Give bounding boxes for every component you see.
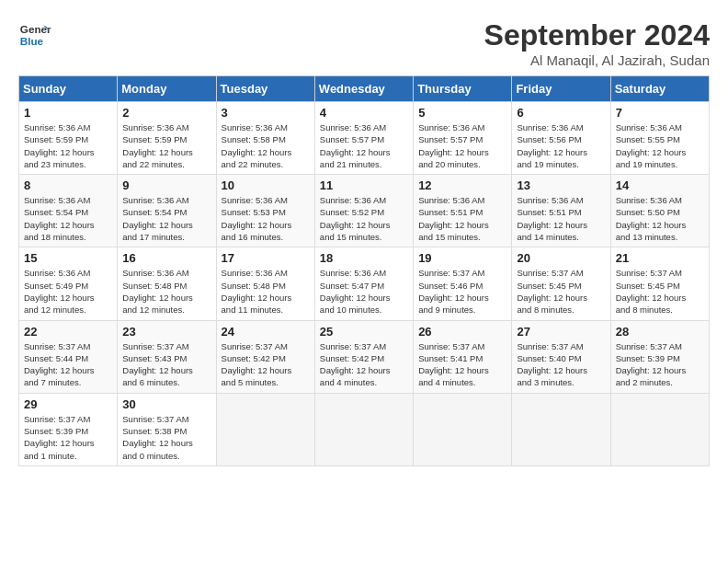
day-cell: 12Sunrise: 5:36 AM Sunset: 5:51 PM Dayli… bbox=[414, 175, 512, 247]
day-number: 10 bbox=[222, 178, 310, 192]
week-row-5: 29Sunrise: 5:37 AM Sunset: 5:39 PM Dayli… bbox=[19, 393, 710, 465]
day-cell: 14Sunrise: 5:36 AM Sunset: 5:50 PM Dayli… bbox=[610, 175, 709, 247]
day-number: 13 bbox=[517, 178, 605, 192]
day-detail: Sunrise: 5:36 AM Sunset: 5:57 PM Dayligh… bbox=[320, 121, 408, 170]
day-detail: Sunrise: 5:36 AM Sunset: 5:49 PM Dayligh… bbox=[24, 267, 112, 316]
day-cell: 11Sunrise: 5:36 AM Sunset: 5:52 PM Dayli… bbox=[314, 175, 413, 247]
day-number: 9 bbox=[122, 178, 210, 192]
day-number: 29 bbox=[24, 397, 112, 411]
title-block: September 2024 Al Manaqil, Al Jazirah, S… bbox=[484, 18, 710, 68]
day-number: 7 bbox=[616, 106, 704, 120]
header-wednesday: Wednesday bbox=[314, 76, 413, 102]
calendar-body: 1Sunrise: 5:36 AM Sunset: 5:59 PM Daylig… bbox=[19, 102, 710, 466]
day-number: 18 bbox=[320, 251, 408, 265]
day-cell: 6Sunrise: 5:36 AM Sunset: 5:56 PM Daylig… bbox=[512, 102, 610, 175]
day-detail: Sunrise: 5:36 AM Sunset: 5:54 PM Dayligh… bbox=[122, 194, 210, 243]
day-number: 20 bbox=[517, 251, 605, 265]
day-detail: Sunrise: 5:37 AM Sunset: 5:45 PM Dayligh… bbox=[517, 267, 605, 316]
day-number: 8 bbox=[24, 178, 112, 192]
day-cell: 20Sunrise: 5:37 AM Sunset: 5:45 PM Dayli… bbox=[512, 247, 610, 320]
day-number: 3 bbox=[222, 106, 310, 120]
week-row-2: 8Sunrise: 5:36 AM Sunset: 5:54 PM Daylig… bbox=[19, 175, 710, 247]
day-cell: 24Sunrise: 5:37 AM Sunset: 5:42 PM Dayli… bbox=[216, 320, 314, 393]
day-number: 12 bbox=[418, 178, 506, 192]
day-cell: 3Sunrise: 5:36 AM Sunset: 5:58 PM Daylig… bbox=[216, 102, 314, 175]
day-detail: Sunrise: 5:36 AM Sunset: 5:57 PM Dayligh… bbox=[418, 121, 506, 170]
header-tuesday: Tuesday bbox=[216, 76, 314, 102]
day-detail: Sunrise: 5:36 AM Sunset: 5:56 PM Dayligh… bbox=[517, 121, 605, 170]
day-cell bbox=[512, 393, 610, 465]
day-detail: Sunrise: 5:36 AM Sunset: 5:47 PM Dayligh… bbox=[320, 267, 408, 316]
day-number: 25 bbox=[320, 325, 408, 339]
day-cell: 27Sunrise: 5:37 AM Sunset: 5:40 PM Dayli… bbox=[512, 320, 610, 393]
svg-text:Blue: Blue bbox=[20, 35, 44, 47]
day-detail: Sunrise: 5:36 AM Sunset: 5:48 PM Dayligh… bbox=[122, 267, 210, 316]
day-cell: 28Sunrise: 5:37 AM Sunset: 5:39 PM Dayli… bbox=[610, 320, 709, 393]
header-thursday: Thursday bbox=[414, 76, 512, 102]
calendar-title: September 2024 bbox=[484, 18, 710, 52]
day-detail: Sunrise: 5:36 AM Sunset: 5:58 PM Dayligh… bbox=[222, 121, 310, 170]
day-detail: Sunrise: 5:36 AM Sunset: 5:51 PM Dayligh… bbox=[517, 194, 605, 243]
week-row-1: 1Sunrise: 5:36 AM Sunset: 5:59 PM Daylig… bbox=[19, 102, 710, 175]
day-detail: Sunrise: 5:37 AM Sunset: 5:40 PM Dayligh… bbox=[517, 340, 605, 389]
calendar-header-row: SundayMondayTuesdayWednesdayThursdayFrid… bbox=[19, 76, 710, 102]
header-monday: Monday bbox=[118, 76, 216, 102]
day-cell: 10Sunrise: 5:36 AM Sunset: 5:53 PM Dayli… bbox=[216, 175, 314, 247]
day-detail: Sunrise: 5:37 AM Sunset: 5:45 PM Dayligh… bbox=[616, 267, 704, 316]
day-cell: 23Sunrise: 5:37 AM Sunset: 5:43 PM Dayli… bbox=[118, 320, 216, 393]
header-sunday: Sunday bbox=[19, 76, 118, 102]
header-friday: Friday bbox=[512, 76, 610, 102]
day-cell bbox=[216, 393, 314, 465]
day-cell bbox=[610, 393, 709, 465]
day-number: 16 bbox=[122, 251, 210, 265]
day-cell: 15Sunrise: 5:36 AM Sunset: 5:49 PM Dayli… bbox=[19, 247, 118, 320]
day-number: 28 bbox=[616, 325, 704, 339]
day-number: 27 bbox=[517, 325, 605, 339]
day-cell: 5Sunrise: 5:36 AM Sunset: 5:57 PM Daylig… bbox=[414, 102, 512, 175]
day-detail: Sunrise: 5:37 AM Sunset: 5:43 PM Dayligh… bbox=[122, 340, 210, 389]
day-number: 5 bbox=[418, 106, 506, 120]
day-number: 19 bbox=[418, 251, 506, 265]
day-number: 26 bbox=[418, 325, 506, 339]
day-cell: 4Sunrise: 5:36 AM Sunset: 5:57 PM Daylig… bbox=[314, 102, 413, 175]
day-cell: 1Sunrise: 5:36 AM Sunset: 5:59 PM Daylig… bbox=[19, 102, 118, 175]
day-cell: 19Sunrise: 5:37 AM Sunset: 5:46 PM Dayli… bbox=[414, 247, 512, 320]
day-detail: Sunrise: 5:36 AM Sunset: 5:53 PM Dayligh… bbox=[222, 194, 310, 243]
svg-text:General: General bbox=[20, 23, 51, 35]
day-cell: 30Sunrise: 5:37 AM Sunset: 5:38 PM Dayli… bbox=[118, 393, 216, 465]
day-detail: Sunrise: 5:37 AM Sunset: 5:46 PM Dayligh… bbox=[418, 267, 506, 316]
day-detail: Sunrise: 5:37 AM Sunset: 5:41 PM Dayligh… bbox=[418, 340, 506, 389]
day-cell: 9Sunrise: 5:36 AM Sunset: 5:54 PM Daylig… bbox=[118, 175, 216, 247]
day-number: 30 bbox=[122, 397, 210, 411]
day-detail: Sunrise: 5:36 AM Sunset: 5:55 PM Dayligh… bbox=[616, 121, 704, 170]
day-detail: Sunrise: 5:37 AM Sunset: 5:42 PM Dayligh… bbox=[320, 340, 408, 389]
day-number: 14 bbox=[616, 178, 704, 192]
calendar-subtitle: Al Manaqil, Al Jazirah, Sudan bbox=[484, 52, 710, 68]
day-cell: 18Sunrise: 5:36 AM Sunset: 5:47 PM Dayli… bbox=[314, 247, 413, 320]
page-header: General Blue September 2024 Al Manaqil, … bbox=[18, 18, 710, 68]
logo-icon: General Blue bbox=[18, 18, 51, 52]
day-cell: 2Sunrise: 5:36 AM Sunset: 5:59 PM Daylig… bbox=[118, 102, 216, 175]
day-cell: 25Sunrise: 5:37 AM Sunset: 5:42 PM Dayli… bbox=[314, 320, 413, 393]
day-detail: Sunrise: 5:36 AM Sunset: 5:52 PM Dayligh… bbox=[320, 194, 408, 243]
day-detail: Sunrise: 5:37 AM Sunset: 5:39 PM Dayligh… bbox=[24, 413, 112, 462]
day-cell: 29Sunrise: 5:37 AM Sunset: 5:39 PM Dayli… bbox=[19, 393, 118, 465]
day-cell: 8Sunrise: 5:36 AM Sunset: 5:54 PM Daylig… bbox=[19, 175, 118, 247]
day-number: 21 bbox=[616, 251, 704, 265]
day-cell: 22Sunrise: 5:37 AM Sunset: 5:44 PM Dayli… bbox=[19, 320, 118, 393]
calendar-table: SundayMondayTuesdayWednesdayThursdayFrid… bbox=[18, 75, 710, 466]
day-detail: Sunrise: 5:37 AM Sunset: 5:38 PM Dayligh… bbox=[122, 413, 210, 462]
day-detail: Sunrise: 5:37 AM Sunset: 5:42 PM Dayligh… bbox=[222, 340, 310, 389]
day-detail: Sunrise: 5:36 AM Sunset: 5:54 PM Dayligh… bbox=[24, 194, 112, 243]
day-number: 1 bbox=[24, 106, 112, 120]
day-number: 6 bbox=[517, 106, 605, 120]
day-detail: Sunrise: 5:36 AM Sunset: 5:51 PM Dayligh… bbox=[418, 194, 506, 243]
day-cell: 7Sunrise: 5:36 AM Sunset: 5:55 PM Daylig… bbox=[610, 102, 709, 175]
day-number: 4 bbox=[320, 106, 408, 120]
header-saturday: Saturday bbox=[610, 76, 709, 102]
logo: General Blue bbox=[18, 18, 51, 52]
day-number: 17 bbox=[222, 251, 310, 265]
day-number: 2 bbox=[122, 106, 210, 120]
day-detail: Sunrise: 5:37 AM Sunset: 5:44 PM Dayligh… bbox=[24, 340, 112, 389]
day-number: 23 bbox=[122, 325, 210, 339]
